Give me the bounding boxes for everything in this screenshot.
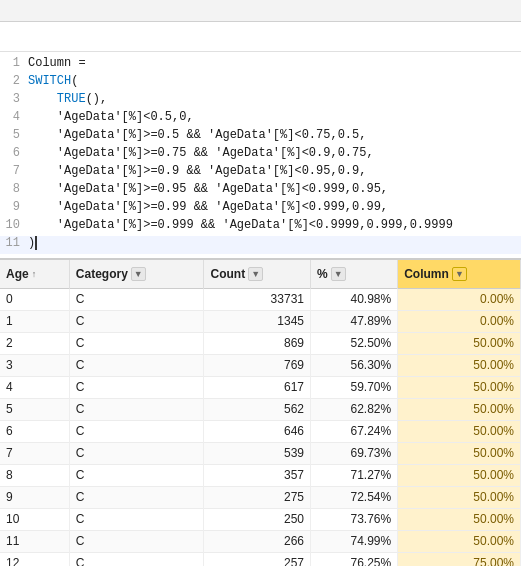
column-header-column[interactable]: Column▼ xyxy=(398,260,521,288)
top-bar xyxy=(0,0,521,22)
line-content: 'AgeData'[%]>=0.75 && 'AgeData'[%]<0.9,0… xyxy=(28,146,521,160)
line-content: ) xyxy=(28,236,521,250)
line-number: 11 xyxy=(0,236,28,250)
cell-category: C xyxy=(69,508,204,530)
line-content: TRUE(), xyxy=(28,92,521,106)
cell-age: 8 xyxy=(0,464,69,486)
line-content: 'AgeData'[%]>=0.99 && 'AgeData'[%]<0.999… xyxy=(28,200,521,214)
cell-column: 50.00% xyxy=(398,354,521,376)
table-row: 8C35771.27%50.00% xyxy=(0,464,521,486)
cell-count: 869 xyxy=(204,332,311,354)
filter-icon[interactable]: ▼ xyxy=(248,267,263,281)
cell-count: 539 xyxy=(204,442,311,464)
line-content: SWITCH( xyxy=(28,74,521,88)
cell-age: 10 xyxy=(0,508,69,530)
line-content: 'AgeData'[%]>=0.999 && 'AgeData'[%]<0.99… xyxy=(28,218,521,232)
table-row: 5C56262.82%50.00% xyxy=(0,398,521,420)
code-editor[interactable]: 1Column =2SWITCH(3 TRUE(),4 'AgeData'[%]… xyxy=(0,52,521,260)
cell-category: C xyxy=(69,376,204,398)
cell-age: 2 xyxy=(0,332,69,354)
cell-count: 33731 xyxy=(204,288,311,310)
line-content: 'AgeData'[%]>=0.95 && 'AgeData'[%]<0.999… xyxy=(28,182,521,196)
column-label: Column xyxy=(404,267,449,281)
cell-column: 0.00% xyxy=(398,288,521,310)
filter-icon[interactable]: ▼ xyxy=(331,267,346,281)
cell-column: 50.00% xyxy=(398,420,521,442)
cell-count: 562 xyxy=(204,398,311,420)
cell-pct: 76.25% xyxy=(310,552,397,566)
line-number: 7 xyxy=(0,164,28,178)
column-header-%[interactable]: %▼ xyxy=(310,260,397,288)
column-header-count[interactable]: Count▼ xyxy=(204,260,311,288)
data-table-container: Age↑Category▼Count▼%▼Column▼ 0C3373140.9… xyxy=(0,260,521,566)
cell-column: 75.00% xyxy=(398,552,521,566)
cell-category: C xyxy=(69,486,204,508)
cell-column: 50.00% xyxy=(398,398,521,420)
line-number: 5 xyxy=(0,128,28,142)
cell-column: 50.00% xyxy=(398,332,521,354)
table-row: 9C27572.54%50.00% xyxy=(0,486,521,508)
code-line-5: 5 'AgeData'[%]>=0.5 && 'AgeData'[%]<0.75… xyxy=(0,128,521,146)
data-table: Age↑Category▼Count▼%▼Column▼ 0C3373140.9… xyxy=(0,260,521,566)
table-row: 2C86952.50%50.00% xyxy=(0,332,521,354)
filter-icon[interactable]: ▼ xyxy=(452,267,467,281)
cell-pct: 59.70% xyxy=(310,376,397,398)
column-label: % xyxy=(317,267,328,281)
line-number: 2 xyxy=(0,74,28,88)
cell-count: 250 xyxy=(204,508,311,530)
cell-pct: 62.82% xyxy=(310,398,397,420)
cell-age: 5 xyxy=(0,398,69,420)
line-number: 1 xyxy=(0,56,28,70)
cell-age: 6 xyxy=(0,420,69,442)
toolbar xyxy=(0,22,521,52)
cell-category: C xyxy=(69,288,204,310)
confirm-button[interactable] xyxy=(36,26,58,48)
line-number: 3 xyxy=(0,92,28,106)
cell-column: 50.00% xyxy=(398,442,521,464)
cell-count: 617 xyxy=(204,376,311,398)
line-number: 6 xyxy=(0,146,28,160)
line-content: 'AgeData'[%]<0.5,0, xyxy=(28,110,521,124)
column-label: Category xyxy=(76,267,128,281)
line-number: 9 xyxy=(0,200,28,214)
table-row: 4C61759.70%50.00% xyxy=(0,376,521,398)
cancel-button[interactable] xyxy=(8,26,30,48)
cell-category: C xyxy=(69,442,204,464)
cell-age: 1 xyxy=(0,310,69,332)
code-line-1: 1Column = xyxy=(0,56,521,74)
code-line-6: 6 'AgeData'[%]>=0.75 && 'AgeData'[%]<0.9… xyxy=(0,146,521,164)
table-row: 3C76956.30%50.00% xyxy=(0,354,521,376)
column-header-category[interactable]: Category▼ xyxy=(69,260,204,288)
line-content: 'AgeData'[%]>=0.9 && 'AgeData'[%]<0.95,0… xyxy=(28,164,521,178)
column-label: Age xyxy=(6,267,29,281)
text-cursor xyxy=(35,236,37,250)
cell-age: 3 xyxy=(0,354,69,376)
cell-age: 0 xyxy=(0,288,69,310)
code-line-2: 2SWITCH( xyxy=(0,74,521,92)
cell-pct: 67.24% xyxy=(310,420,397,442)
cell-category: C xyxy=(69,464,204,486)
cell-category: C xyxy=(69,332,204,354)
column-header-age[interactable]: Age↑ xyxy=(0,260,69,288)
cell-count: 1345 xyxy=(204,310,311,332)
line-content: Column = xyxy=(28,56,521,70)
cell-age: 12 xyxy=(0,552,69,566)
cell-column: 50.00% xyxy=(398,486,521,508)
sort-icon[interactable]: ↑ xyxy=(32,269,37,279)
column-label: Count xyxy=(210,267,245,281)
cell-count: 266 xyxy=(204,530,311,552)
cell-age: 9 xyxy=(0,486,69,508)
cell-pct: 47.89% xyxy=(310,310,397,332)
code-line-9: 9 'AgeData'[%]>=0.99 && 'AgeData'[%]<0.9… xyxy=(0,200,521,218)
line-number: 8 xyxy=(0,182,28,196)
table-row: 12C25776.25%75.00% xyxy=(0,552,521,566)
cell-column: 50.00% xyxy=(398,464,521,486)
cell-count: 769 xyxy=(204,354,311,376)
cell-category: C xyxy=(69,530,204,552)
filter-icon[interactable]: ▼ xyxy=(131,267,146,281)
line-content: 'AgeData'[%]>=0.5 && 'AgeData'[%]<0.75,0… xyxy=(28,128,521,142)
cell-column: 0.00% xyxy=(398,310,521,332)
line-number: 10 xyxy=(0,218,28,232)
cell-count: 275 xyxy=(204,486,311,508)
cell-pct: 52.50% xyxy=(310,332,397,354)
